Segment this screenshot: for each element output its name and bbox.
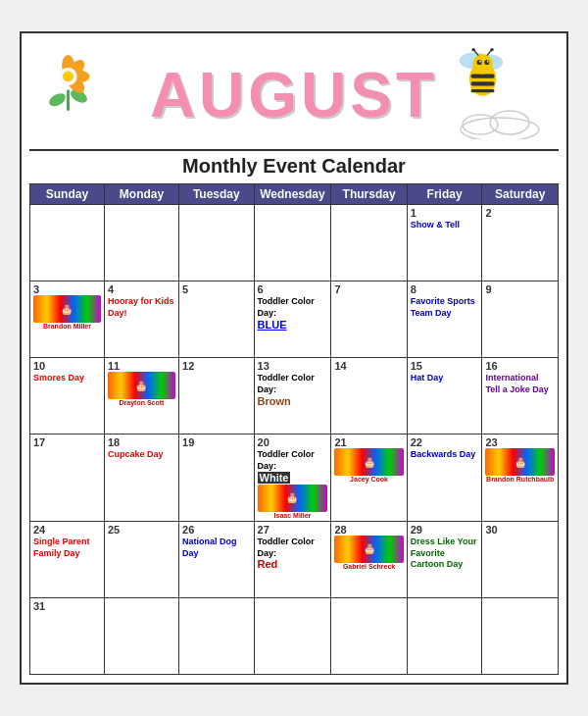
event-text: Cupcake Day	[108, 449, 164, 459]
event-text: BLUE	[258, 319, 287, 331]
table-cell: 11🎂Drayton Scott	[104, 358, 178, 435]
table-cell	[407, 597, 482, 674]
day-number: 8	[411, 283, 479, 295]
calendar-week-row: 3🎂Brandon Miller4Hooray for Kids Day!56T…	[30, 281, 559, 358]
birthday-name: Brandon Miller	[33, 323, 101, 330]
table-cell	[254, 597, 331, 674]
birthday-candles: 🎂	[258, 485, 328, 512]
svg-point-16	[477, 60, 482, 65]
table-cell	[331, 597, 407, 674]
table-cell: 5	[179, 281, 254, 358]
birthday-name: Gabriel Schreck	[334, 563, 403, 570]
event-text: Toddler Color Day:	[258, 373, 315, 394]
cloud-doodle-icon	[456, 105, 544, 139]
svg-point-26	[490, 111, 529, 134]
table-cell: 20Toddler Color Day:White🎂Isaac Miller	[254, 435, 331, 522]
table-cell	[104, 597, 178, 674]
table-cell: 8Favorite Sports Team Day	[407, 281, 482, 358]
day-number: 27	[258, 524, 328, 536]
event-text: Favorite Sports Team Day	[411, 296, 475, 318]
calendar-container: AUGUST	[20, 31, 568, 685]
table-cell: 19	[179, 435, 254, 522]
table-cell: 21🎂Jacey Cook	[331, 435, 407, 522]
table-cell: 17	[30, 435, 105, 522]
day-number: 31	[33, 600, 101, 612]
table-cell: 30	[482, 521, 559, 597]
day-number: 16	[485, 360, 555, 372]
day-number: 10	[33, 360, 101, 372]
header-section: AUGUST	[29, 41, 559, 149]
table-cell	[30, 205, 105, 281]
event-text: Toddler Color Day:	[258, 296, 315, 318]
day-number: 19	[182, 436, 250, 448]
svg-point-23	[490, 48, 493, 51]
table-cell: 2	[482, 205, 559, 281]
table-cell: 4Hooray for Kids Day!	[104, 281, 178, 358]
day-number: 17	[33, 436, 101, 448]
calendar-week-row: 1718Cupcake Day1920Toddler Color Day:Whi…	[30, 435, 559, 522]
flower-icon	[41, 49, 95, 113]
day-number: 26	[182, 524, 250, 536]
day-number: 4	[108, 283, 175, 295]
calendar-week-row: 31	[30, 597, 559, 674]
calendar-week-row: 1Show & Tell2	[30, 205, 559, 281]
col-thursday: Thursday	[331, 184, 407, 205]
table-cell: 14	[331, 358, 407, 435]
birthday-name: Drayton Scott	[108, 399, 175, 406]
day-number: 22	[411, 436, 479, 448]
svg-point-15	[472, 54, 493, 75]
day-number: 7	[334, 283, 403, 295]
event-text: Toddler Color Day:	[258, 449, 315, 471]
table-cell: 7	[331, 281, 407, 358]
event-text: Dress Like Your Favorite Cartoon Day	[411, 537, 477, 570]
table-cell: 23🎂Brandon Rutchbaulb	[482, 435, 559, 522]
day-number: 29	[411, 524, 479, 536]
bee-icon	[451, 47, 510, 101]
event-text: Smores Day	[33, 373, 84, 383]
col-friday: Friday	[407, 184, 482, 205]
day-number: 25	[108, 524, 175, 536]
event-text: Backwards Day	[411, 449, 476, 459]
event-text: Show & Tell	[411, 220, 460, 230]
day-number: 12	[182, 360, 250, 372]
month-title: AUGUST	[150, 59, 438, 131]
svg-point-18	[479, 61, 481, 63]
day-number: 1	[411, 207, 479, 219]
col-sunday: Sunday	[30, 184, 105, 205]
svg-point-1	[47, 91, 68, 110]
table-cell: 25	[104, 521, 178, 597]
col-saturday: Saturday	[482, 184, 559, 205]
col-tuesday: Tuesday	[179, 184, 254, 205]
table-cell	[179, 597, 254, 674]
day-number: 15	[411, 360, 479, 372]
day-number: 28	[334, 524, 403, 536]
day-number: 21	[334, 436, 403, 448]
table-cell: 13Toddler Color Day:Brown	[254, 358, 331, 435]
day-number: 11	[108, 360, 175, 372]
day-number: 14	[334, 360, 403, 372]
table-cell	[482, 597, 559, 674]
event-text: Toddler Color Day:	[258, 537, 315, 558]
birthday-name: Jacey Cook	[334, 476, 403, 483]
event-text: Brown	[258, 395, 291, 407]
table-cell: 16International Tell a Joke Day	[482, 358, 559, 435]
day-number: 2	[485, 207, 555, 219]
day-number: 6	[258, 283, 328, 295]
calendar-week-row: 24Single Parent Family Day2526National D…	[30, 521, 559, 597]
monthly-title: Monthly Event Calendar	[29, 149, 559, 183]
event-text: Hooray for Kids Day!	[108, 296, 174, 318]
svg-rect-13	[471, 81, 495, 85]
day-number: 5	[182, 283, 250, 295]
day-number: 23	[485, 436, 555, 448]
table-cell: 26National Dog Day	[179, 521, 254, 597]
table-cell: 12	[179, 358, 254, 435]
birthday-candles: 🎂	[108, 372, 175, 399]
day-number: 13	[258, 360, 328, 372]
event-text: National Dog Day	[182, 537, 237, 558]
table-cell: 9	[482, 281, 559, 358]
day-number: 24	[33, 524, 101, 536]
svg-rect-12	[471, 75, 495, 78]
table-cell	[104, 205, 178, 281]
birthday-candles: 🎂	[33, 295, 101, 323]
event-text: Hat Day	[411, 373, 444, 383]
